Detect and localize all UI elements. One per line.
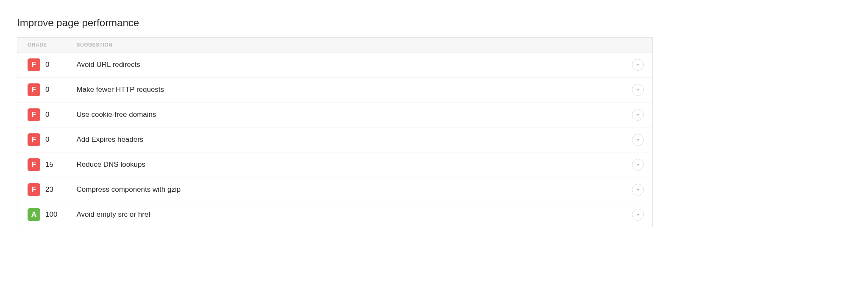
- suggestion-cell: Reduce DNS lookups: [77, 152, 627, 177]
- suggestion-cell: Make fewer HTTP requests: [77, 77, 627, 102]
- chevron-down-icon: [635, 87, 640, 92]
- grade-badge: F: [28, 83, 40, 96]
- table-body: F0Avoid URL redirectsF0Make fewer HTTP r…: [17, 52, 653, 227]
- grade-score: 0: [45, 86, 49, 94]
- chevron-down-icon: [635, 212, 640, 217]
- grade-score: 100: [45, 210, 57, 219]
- expand-button[interactable]: [632, 84, 644, 96]
- expand-cell: [627, 177, 653, 202]
- table-row[interactable]: F23Compress components with gzip: [17, 177, 653, 202]
- chevron-down-icon: [635, 112, 640, 117]
- suggestion-cell: Avoid URL redirects: [77, 52, 627, 77]
- table-row[interactable]: F0Avoid URL redirects: [17, 52, 653, 77]
- col-grade-header: GRADE: [17, 38, 77, 52]
- chevron-down-icon: [635, 137, 640, 142]
- table-row[interactable]: F0Use cookie-free domains: [17, 102, 653, 127]
- chevron-down-icon: [635, 62, 640, 67]
- expand-button[interactable]: [632, 209, 644, 221]
- expand-cell: [627, 77, 653, 102]
- expand-cell: [627, 202, 653, 227]
- chevron-down-icon: [635, 162, 640, 167]
- grade-cell: A100: [17, 202, 77, 227]
- expand-cell: [627, 127, 653, 152]
- grade-badge: F: [28, 158, 40, 171]
- col-suggestion-header: SUGGESTION: [77, 38, 627, 52]
- table-row[interactable]: F0Add Expires headers: [17, 127, 653, 152]
- expand-button[interactable]: [632, 159, 644, 171]
- expand-button[interactable]: [632, 134, 644, 146]
- grade-score: 0: [45, 110, 49, 119]
- table-header: GRADE SUGGESTION: [17, 38, 653, 52]
- expand-button[interactable]: [632, 184, 644, 196]
- grade-badge: A: [28, 208, 40, 221]
- table-row[interactable]: F15Reduce DNS lookups: [17, 152, 653, 177]
- expand-cell: [627, 152, 653, 177]
- grade-score: 23: [45, 185, 53, 194]
- table-row[interactable]: A100Avoid empty src or href: [17, 202, 653, 227]
- expand-cell: [627, 102, 653, 127]
- grade-cell: F0: [17, 127, 77, 152]
- grade-cell: F23: [17, 177, 77, 202]
- table-row[interactable]: F0Make fewer HTTP requests: [17, 77, 653, 102]
- suggestion-cell: Compress components with gzip: [77, 177, 627, 202]
- performance-table: GRADE SUGGESTION F0Avoid URL redirectsF0…: [17, 37, 653, 227]
- suggestion-cell: Add Expires headers: [77, 127, 627, 152]
- suggestion-cell: Avoid empty src or href: [77, 202, 627, 227]
- page-title: Improve page performance: [17, 17, 653, 29]
- grade-cell: F0: [17, 102, 77, 127]
- grade-score: 15: [45, 160, 53, 169]
- suggestion-cell: Use cookie-free domains: [77, 102, 627, 127]
- grade-cell: F0: [17, 77, 77, 102]
- grade-badge: F: [28, 133, 40, 146]
- col-expand-header: [627, 38, 653, 52]
- grade-score: 0: [45, 135, 49, 144]
- grade-cell: F15: [17, 152, 77, 177]
- expand-cell: [627, 52, 653, 77]
- chevron-down-icon: [635, 187, 640, 192]
- expand-button[interactable]: [632, 59, 644, 71]
- grade-badge: F: [28, 183, 40, 196]
- grade-cell: F0: [17, 52, 77, 77]
- grade-badge: F: [28, 108, 40, 121]
- expand-button[interactable]: [632, 109, 644, 121]
- grade-badge: F: [28, 58, 40, 71]
- grade-score: 0: [45, 61, 49, 69]
